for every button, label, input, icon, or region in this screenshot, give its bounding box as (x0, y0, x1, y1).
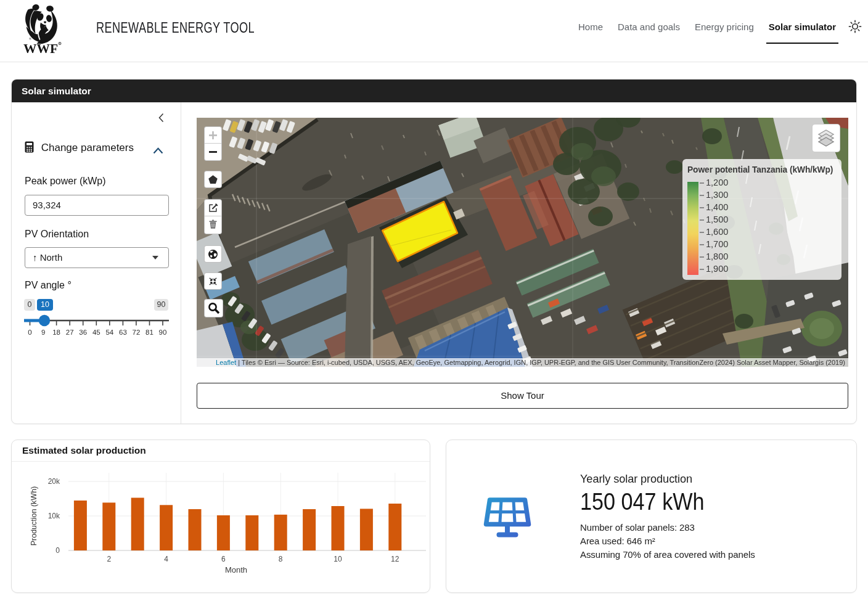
svg-text:Month: Month (225, 565, 247, 574)
svg-text:0: 0 (55, 546, 60, 555)
svg-text:8: 8 (279, 555, 283, 563)
svg-text:9: 9 (41, 329, 45, 336)
svg-text:81: 81 (145, 329, 154, 336)
svg-text:12: 12 (391, 555, 399, 563)
svg-text:10: 10 (334, 555, 342, 563)
svg-text:10k: 10k (48, 512, 60, 520)
svg-text:72: 72 (133, 329, 141, 336)
svg-text:WWF: WWF (23, 41, 58, 55)
svg-text:27: 27 (66, 329, 74, 336)
svg-text:63: 63 (119, 329, 127, 336)
svg-text:54: 54 (105, 329, 113, 336)
svg-text:4: 4 (164, 555, 168, 563)
svg-text:20k: 20k (48, 477, 60, 486)
svg-text:36: 36 (79, 329, 87, 336)
svg-text:0: 0 (28, 329, 31, 336)
svg-text:6: 6 (221, 555, 226, 563)
svg-text:2: 2 (107, 555, 111, 563)
svg-text:90: 90 (159, 329, 167, 336)
svg-text:18: 18 (52, 329, 60, 336)
svg-text:Production (kWh): Production (kWh) (30, 486, 38, 546)
svg-text:45: 45 (92, 329, 100, 336)
